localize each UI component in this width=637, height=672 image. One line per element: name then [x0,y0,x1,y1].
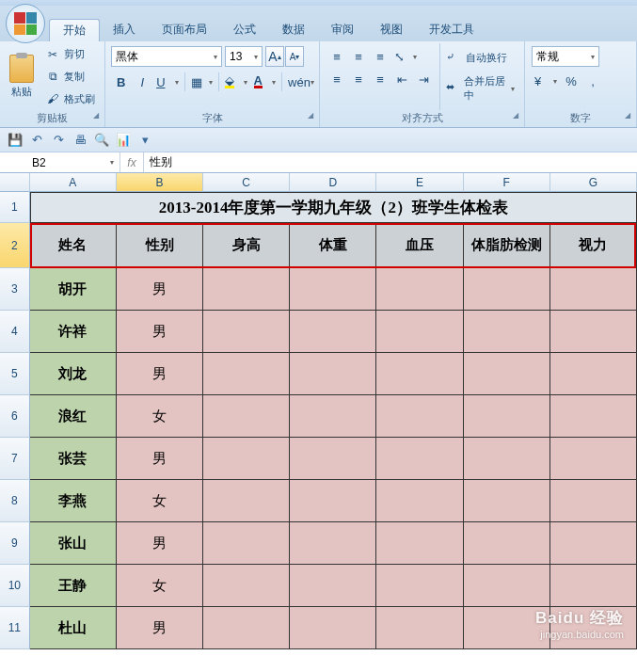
cell[interactable] [290,395,376,438]
row-header[interactable]: 11 [0,607,30,649]
tab-formulas[interactable]: 公式 [220,19,269,41]
cell[interactable] [376,268,463,311]
select-all-corner[interactable] [0,173,30,192]
formula-bar[interactable]: 性别 [144,152,637,172]
indent-decrease-button[interactable]: ⇤ [391,69,412,89]
cell-sex[interactable]: 男 [117,268,203,311]
col-header-G[interactable]: G [550,173,637,192]
number-format-select[interactable]: 常规▾ [532,46,599,67]
row-header[interactable]: 7 [0,438,30,480]
cut-button[interactable]: ✂剪切 [43,46,97,62]
cell[interactable] [290,480,376,522]
qat-preview-button[interactable]: 🔍 [92,131,111,150]
merge-center-button[interactable]: ⬌合并后居中▾ [444,72,517,104]
cell[interactable] [203,395,290,438]
cell[interactable] [376,438,463,480]
header-cell[interactable]: 体重 [290,223,376,268]
cell-sex[interactable]: 男 [117,607,203,649]
italic-button[interactable]: I [133,72,153,92]
row-header[interactable]: 9 [0,522,30,565]
row-header-2[interactable]: 2 [0,223,30,268]
header-cell[interactable]: 体脂肪检测 [464,223,550,268]
cell[interactable] [550,522,637,565]
header-cell[interactable]: 身高 [203,223,290,268]
name-box[interactable]: B2▾ [26,152,120,172]
cell[interactable] [376,353,463,395]
cell[interactable] [464,480,550,522]
cell-sex[interactable]: 女 [117,565,203,607]
cell[interactable] [203,480,290,522]
row-header[interactable]: 8 [0,480,30,522]
header-cell[interactable]: 视力 [550,223,637,268]
cell[interactable] [203,565,290,607]
cell-name[interactable]: 刘龙 [30,353,117,395]
cell-sex[interactable]: 男 [117,311,203,353]
cell[interactable] [550,395,637,438]
font-name-select[interactable]: 黑体▾ [111,46,222,67]
cell[interactable] [290,268,376,311]
cell-name[interactable]: 许祥 [30,311,117,353]
align-top-button[interactable]: ≡ [326,46,347,67]
cell-sex[interactable]: 男 [117,522,203,565]
grow-font-button[interactable]: A▴ [265,46,284,67]
accounting-format-button[interactable]: ¥▾ [532,71,560,91]
cell-name[interactable]: 李燕 [30,480,117,522]
phonetic-button[interactable]: wén▾ [285,72,313,92]
cell-sex[interactable]: 女 [117,480,203,522]
col-header-C[interactable]: C [203,173,290,192]
qat-print-button[interactable]: 🖶 [71,131,89,150]
tab-view[interactable]: 视图 [367,19,416,41]
tab-home[interactable]: 开始 [49,19,100,41]
align-right-button[interactable]: ≡ [370,69,390,89]
cell-name[interactable]: 浪红 [30,395,117,438]
cell-name[interactable]: 张芸 [30,438,117,480]
shrink-font-button[interactable]: A▾ [285,46,304,67]
comma-button[interactable]: , [582,71,603,91]
col-header-E[interactable]: E [376,173,463,192]
cell-sex[interactable]: 女 [117,395,203,438]
col-header-F[interactable]: F [464,173,550,192]
align-middle-button[interactable]: ≡ [348,46,369,67]
cell[interactable] [376,565,463,607]
cell[interactable] [464,522,550,565]
cell[interactable] [376,607,463,649]
cell-name[interactable]: 王静 [30,565,117,607]
cell-sex[interactable]: 男 [117,438,203,480]
cell[interactable] [290,311,376,353]
align-center-button[interactable]: ≡ [348,69,369,89]
cell[interactable] [290,607,376,649]
header-cell[interactable]: 姓名 [30,223,117,268]
cell-sex[interactable]: 男 [117,353,203,395]
header-cell[interactable]: 性别 [117,223,203,268]
cell[interactable] [203,607,290,649]
col-header-A[interactable]: A [30,173,117,192]
percent-button[interactable]: % [561,71,581,91]
indent-increase-button[interactable]: ⇥ [413,69,434,89]
qat-custom-button[interactable]: 📊 [114,131,133,150]
cell[interactable] [203,438,290,480]
cell[interactable] [550,353,637,395]
cell[interactable] [550,268,637,311]
header-cell[interactable]: 血压 [376,223,463,268]
row-header[interactable]: 10 [0,565,30,607]
row-header[interactable]: 6 [0,395,30,438]
fx-button[interactable]: fx [120,156,143,169]
fill-color-button[interactable]: ⬙▾ [222,72,249,92]
col-header-B[interactable]: B [117,173,203,192]
border-button[interactable]: ▦▾ [188,72,215,92]
row-header[interactable]: 3 [0,268,30,311]
tab-insert[interactable]: 插入 [100,19,149,41]
row-header-1[interactable]: 1 [0,192,30,223]
orientation-button[interactable]: ⤡▾ [391,46,420,67]
font-size-select[interactable]: 13▾ [225,46,263,67]
cell[interactable] [290,438,376,480]
align-bottom-button[interactable]: ≡ [370,46,390,67]
row-header[interactable]: 5 [0,353,30,395]
tab-developer[interactable]: 开发工具 [416,19,487,41]
cell[interactable] [550,480,637,522]
cell[interactable] [290,353,376,395]
qat-save-button[interactable]: 💾 [6,131,24,150]
col-header-D[interactable]: D [290,173,376,192]
cell[interactable] [376,395,463,438]
copy-button[interactable]: ⧉复制 [43,69,97,85]
